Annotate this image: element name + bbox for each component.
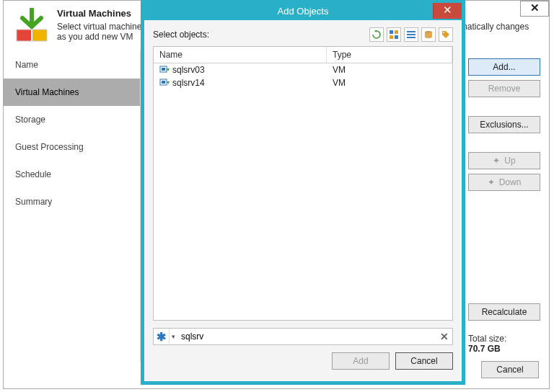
nav-item-summary[interactable]: Summary xyxy=(4,188,140,215)
svg-rect-1 xyxy=(32,30,47,41)
wizard-cancel-button[interactable]: Cancel xyxy=(481,361,539,378)
search-type-dropdown[interactable]: ▾ xyxy=(170,333,177,340)
svg-rect-4 xyxy=(395,30,398,34)
nav-item-schedule[interactable]: Schedule xyxy=(4,161,140,188)
vm-icon xyxy=(159,65,170,75)
recalculate-button[interactable]: Recalculate xyxy=(468,303,540,321)
svg-rect-8 xyxy=(407,34,416,35)
select-objects-label: Select objects: xyxy=(153,30,209,40)
virtual-machines-icon xyxy=(14,8,50,44)
list-item-type: VM xyxy=(330,65,449,75)
down-button-label: Down xyxy=(499,177,522,187)
search-box: ✱ ▾ ✕ xyxy=(153,328,453,345)
list-icon[interactable] xyxy=(404,27,418,42)
nav-item-guest-processing[interactable]: Guest Processing xyxy=(4,133,140,161)
clear-search-button[interactable]: ✕ xyxy=(436,331,452,342)
search-input[interactable] xyxy=(177,331,436,342)
wizard-nav: Name Virtual Machines Storage Guest Proc… xyxy=(4,51,141,361)
view-mode-toolbar xyxy=(369,27,453,42)
column-header-type[interactable]: Type xyxy=(327,47,452,63)
up-button[interactable]: ✦Up xyxy=(468,152,540,169)
dialog-title: Add Objects xyxy=(278,6,329,17)
tag-icon[interactable] xyxy=(439,27,453,42)
vm-icon xyxy=(159,78,170,88)
wizard-close-button[interactable]: ✕ xyxy=(520,1,549,17)
list-item[interactable]: sqlsrv14 VM xyxy=(154,76,452,89)
svg-rect-13 xyxy=(162,68,165,71)
column-header-name[interactable]: Name xyxy=(154,47,327,63)
datastore-icon[interactable] xyxy=(421,27,436,42)
svg-rect-15 xyxy=(162,81,165,84)
svg-rect-0 xyxy=(17,30,31,41)
nav-item-name[interactable]: Name xyxy=(4,51,140,79)
tree-icon[interactable] xyxy=(387,27,401,42)
total-size-label: Total size: xyxy=(468,334,540,344)
svg-point-11 xyxy=(443,32,444,33)
svg-rect-6 xyxy=(395,35,398,39)
list-item[interactable]: sqlsrv03 VM xyxy=(154,63,452,76)
remove-button[interactable]: Remove xyxy=(468,80,540,97)
up-button-label: Up xyxy=(504,156,515,166)
svg-rect-3 xyxy=(390,30,393,34)
refresh-icon[interactable] xyxy=(369,27,384,42)
dialog-cancel-button[interactable]: Cancel xyxy=(395,352,453,370)
list-item-name: sqlsrv03 xyxy=(172,65,205,75)
dialog-close-button[interactable]: ✕ xyxy=(433,3,462,19)
list-item-type: VM xyxy=(330,78,449,88)
list-item-name: sqlsrv14 xyxy=(172,78,205,88)
svg-rect-9 xyxy=(407,37,416,38)
add-button[interactable]: Add... xyxy=(468,58,540,76)
dialog-titlebar[interactable]: Add Objects ✕ xyxy=(144,3,462,20)
svg-rect-7 xyxy=(407,31,416,32)
dialog-add-button[interactable]: Add xyxy=(332,352,390,370)
down-button[interactable]: ✦Down xyxy=(468,174,540,191)
nav-item-virtual-machines[interactable]: Virtual Machines xyxy=(4,79,140,106)
objects-list[interactable]: Name Type sqlsrv03 VM sqlsrv14 VM xyxy=(153,46,453,321)
svg-rect-5 xyxy=(390,35,393,39)
total-size-value: 70.7 GB xyxy=(468,344,540,354)
nav-item-storage[interactable]: Storage xyxy=(4,106,140,133)
search-type-icon[interactable]: ✱ xyxy=(154,329,170,344)
exclusions-button[interactable]: Exclusions... xyxy=(468,116,540,133)
add-objects-dialog: Add Objects ✕ Select objects: Name Type … xyxy=(141,0,465,385)
